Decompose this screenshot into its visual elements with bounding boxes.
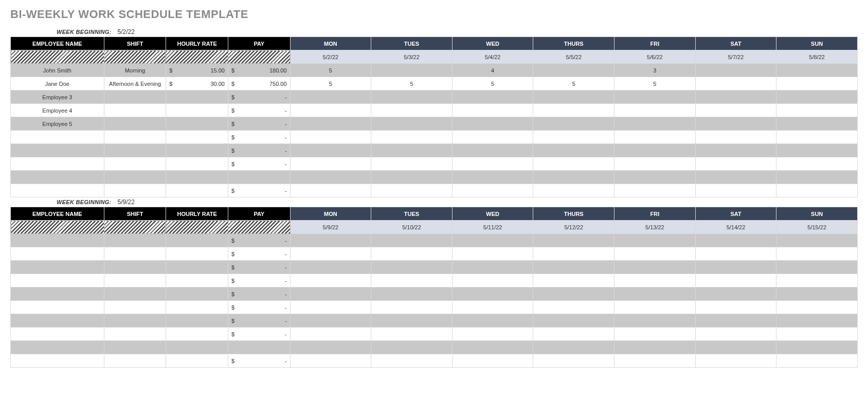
cell-employee-name[interactable] <box>11 157 104 171</box>
cell-shift[interactable] <box>104 301 166 314</box>
cell-hourly-rate[interactable] <box>166 261 228 274</box>
cell-hourly-rate[interactable] <box>166 234 228 247</box>
cell-day[interactable] <box>695 354 776 368</box>
cell-day[interactable] <box>290 157 371 171</box>
cell-day[interactable] <box>533 144 614 157</box>
cell-day[interactable] <box>290 247 371 261</box>
cell-employee-name[interactable]: Employee 4 <box>11 104 104 117</box>
cell-pay[interactable]: $- <box>228 247 290 261</box>
cell-day[interactable] <box>371 287 453 301</box>
cell-day[interactable] <box>371 274 453 287</box>
cell-day[interactable]: 5 <box>533 77 614 91</box>
cell-shift[interactable] <box>104 184 166 197</box>
cell-day[interactable] <box>290 117 371 131</box>
cell-hourly-rate[interactable] <box>166 314 228 328</box>
cell-day[interactable] <box>371 301 453 314</box>
cell-day[interactable]: 5 <box>452 77 533 91</box>
cell-day[interactable] <box>533 234 614 247</box>
cell-hourly-rate[interactable] <box>166 341 228 354</box>
cell-shift[interactable]: Afternoon & Evening <box>104 77 166 91</box>
cell-day[interactable] <box>452 184 533 197</box>
cell-day[interactable] <box>290 328 371 341</box>
cell-pay[interactable]: $- <box>228 274 290 287</box>
cell-shift[interactable] <box>104 104 166 117</box>
cell-pay[interactable]: $- <box>228 91 290 104</box>
cell-pay[interactable]: $- <box>228 261 290 274</box>
cell-pay[interactable]: $- <box>228 184 290 197</box>
cell-employee-name[interactable] <box>11 341 104 354</box>
cell-day[interactable] <box>452 341 533 354</box>
cell-day[interactable] <box>452 234 533 247</box>
cell-day[interactable] <box>776 341 858 354</box>
cell-pay[interactable]: $- <box>228 234 290 247</box>
cell-day[interactable] <box>371 144 453 157</box>
cell-day[interactable] <box>614 234 696 247</box>
cell-hourly-rate[interactable] <box>166 117 228 131</box>
cell-pay[interactable]: $- <box>228 287 290 301</box>
cell-hourly-rate[interactable] <box>166 354 228 368</box>
cell-pay[interactable] <box>228 341 290 354</box>
cell-shift[interactable] <box>104 117 166 131</box>
cell-day[interactable] <box>371 314 453 328</box>
cell-day[interactable] <box>614 314 696 328</box>
cell-day[interactable] <box>290 287 371 301</box>
cell-pay[interactable] <box>228 171 290 184</box>
cell-employee-name[interactable] <box>11 261 104 274</box>
cell-day[interactable] <box>533 104 614 117</box>
cell-shift[interactable] <box>104 328 166 341</box>
cell-day[interactable] <box>695 287 776 301</box>
cell-day[interactable] <box>452 117 533 131</box>
cell-day[interactable] <box>533 184 614 197</box>
cell-shift[interactable] <box>104 91 166 104</box>
cell-hourly-rate[interactable]: $30.00 <box>166 77 228 91</box>
cell-day[interactable] <box>533 91 614 104</box>
cell-day[interactable] <box>614 131 696 144</box>
cell-day[interactable] <box>290 314 371 328</box>
cell-day[interactable] <box>452 314 533 328</box>
cell-day[interactable] <box>371 171 453 184</box>
cell-day[interactable]: 3 <box>614 64 696 77</box>
cell-day[interactable] <box>695 314 776 328</box>
cell-day[interactable] <box>371 64 453 77</box>
cell-day[interactable] <box>371 104 453 117</box>
cell-day[interactable] <box>452 171 533 184</box>
cell-day[interactable] <box>695 144 776 157</box>
cell-day[interactable] <box>695 77 776 91</box>
cell-day[interactable] <box>452 261 533 274</box>
cell-shift[interactable] <box>104 314 166 328</box>
cell-day[interactable] <box>533 261 614 274</box>
cell-pay[interactable]: $- <box>228 301 290 314</box>
cell-shift[interactable] <box>104 157 166 171</box>
cell-day[interactable] <box>776 274 858 287</box>
cell-hourly-rate[interactable] <box>166 247 228 261</box>
cell-day[interactable] <box>695 157 776 171</box>
cell-hourly-rate[interactable] <box>166 287 228 301</box>
cell-day[interactable] <box>533 64 614 77</box>
cell-pay[interactable]: $- <box>228 354 290 368</box>
cell-hourly-rate[interactable]: $15.00 <box>166 64 228 77</box>
cell-hourly-rate[interactable] <box>166 171 228 184</box>
cell-day[interactable] <box>290 354 371 368</box>
cell-pay[interactable]: $180.00 <box>228 64 290 77</box>
cell-day[interactable] <box>776 287 858 301</box>
cell-day[interactable] <box>695 171 776 184</box>
cell-day[interactable]: 5 <box>290 64 371 77</box>
cell-day[interactable] <box>614 287 696 301</box>
cell-day[interactable] <box>290 144 371 157</box>
cell-day[interactable] <box>533 117 614 131</box>
cell-day[interactable] <box>695 247 776 261</box>
cell-day[interactable] <box>290 131 371 144</box>
cell-shift[interactable] <box>104 171 166 184</box>
cell-day[interactable] <box>614 328 696 341</box>
cell-day[interactable] <box>776 171 858 184</box>
cell-pay[interactable]: $- <box>228 104 290 117</box>
cell-day[interactable] <box>371 247 453 261</box>
cell-day[interactable] <box>614 354 696 368</box>
cell-day[interactable] <box>614 274 696 287</box>
cell-day[interactable] <box>614 341 696 354</box>
cell-day[interactable] <box>614 91 696 104</box>
cell-day[interactable] <box>371 341 453 354</box>
cell-day[interactable] <box>695 328 776 341</box>
cell-day[interactable] <box>452 328 533 341</box>
cell-day[interactable] <box>776 328 858 341</box>
